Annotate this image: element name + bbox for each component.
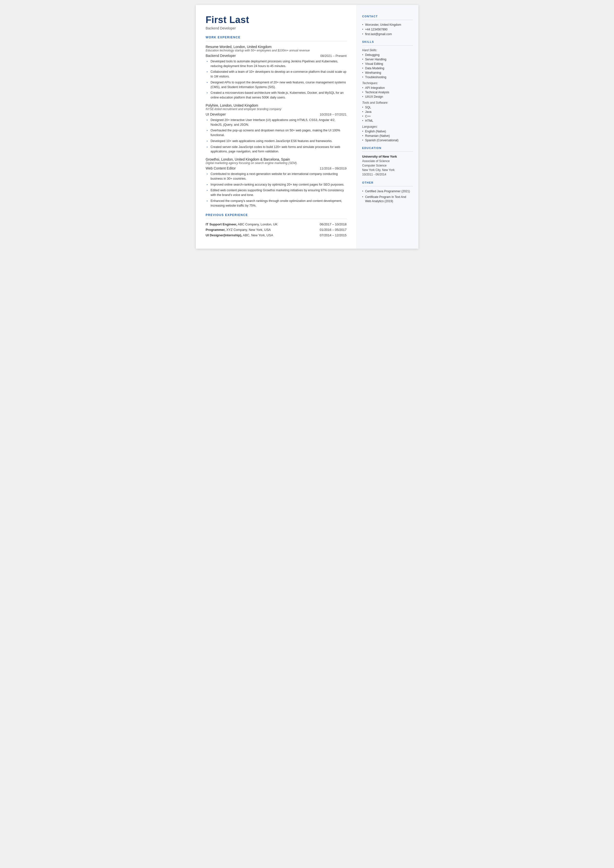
tool-item: Java [362, 110, 413, 113]
bullet-item: Developed 10+ web applications using mod… [207, 139, 347, 143]
edu-location: New York City, New York [362, 168, 413, 172]
sidebar: CONTACT Worcester, United Kingdom +44 12… [357, 5, 419, 248]
candidate-title: Backend Developer [206, 26, 347, 30]
job-title-polyhire: UI Developer [206, 112, 226, 116]
language-item: English (Native) [362, 130, 413, 133]
prev-job-rest-1: XYZ Company, New York, USA [225, 228, 271, 231]
bullet-item: Enhanced the company's search rankings t… [207, 199, 347, 208]
bullet-list-resume-worded: Developed tools to automate deployment p… [207, 59, 347, 100]
job-dates-polyhire: 10/2019 – 07/2021 [320, 113, 346, 116]
previous-experience-heading: PREVIOUS EXPERIENCE [206, 213, 347, 217]
work-block-resume-worded: Resume Worded, London, United Kingdom Ed… [206, 45, 347, 100]
prev-job-rest-2: ABC, New York, USA [242, 233, 273, 237]
tool-item: SQL [362, 106, 413, 109]
company-name-resume-worded: Resume Worded, London, United Kingdom [206, 45, 347, 49]
bullet-item: Designed APIs to support the development… [207, 80, 347, 90]
education-divider [362, 151, 413, 152]
prev-job-0: IT Support Engineer, ABC Company, London… [206, 222, 278, 226]
work-block-polyhire: Polyhire, London, United Kingdom NYSE-li… [206, 103, 347, 154]
bullet-item: Created a microservices-based architectu… [207, 90, 347, 100]
technique-item: UI/UX Design [362, 95, 413, 98]
contact-location: Worcester, United Kingdom [362, 23, 413, 26]
company-rest: London, United Kingdom & Barcelona, Spai… [220, 157, 290, 161]
resume-container: First Last Backend Developer WORK EXPERI… [196, 5, 419, 248]
work-block-growthsi: Growthsi, London, United Kingdom & Barce… [206, 157, 347, 208]
prev-job-title-2: UI Designer(Internship), [206, 233, 242, 237]
bullet-item: Improved online search-ranking accuracy … [207, 182, 347, 187]
edu-degree: Associate of Science [362, 159, 413, 163]
contact-divider [362, 20, 413, 20]
education-heading: EDUCATION [362, 146, 413, 149]
other-item: Certified Java Programmer (2021) [362, 189, 413, 194]
bullet-list-polyhire: Designed 20+ interactive User Interface … [207, 118, 347, 154]
techniques-label: Techniques: [362, 81, 413, 85]
technique-item: API Integration [362, 86, 413, 90]
prev-job-title-1: Programmer, [206, 228, 225, 231]
bullet-item: Edited web content pieces supporting Gro… [207, 188, 347, 197]
company-rest: London, United Kingdom [233, 45, 271, 49]
prev-exp-row-2: UI Designer(Internship), ABC, New York, … [206, 233, 347, 237]
job-row-growthsi: Web Content Editor 11/2018 – 09/2019 [206, 166, 347, 170]
skill-item: Wireframing [362, 71, 413, 75]
education-block-0: University of New York Associate of Scie… [362, 155, 413, 177]
company-bold: Polyhire, [206, 103, 219, 107]
candidate-name: First Last [206, 15, 347, 25]
hard-skills-list: Debugging Server Handling Visual Editing… [362, 53, 413, 79]
skill-item: Visual Editing [362, 62, 413, 65]
edu-field: Computer Science [362, 163, 413, 168]
contact-list: Worcester, United Kingdom +44 1234567890… [362, 23, 413, 36]
company-sub-resume-worded: Education technology startup with 50+ em… [206, 49, 347, 52]
contact-heading: CONTACT [362, 15, 413, 18]
previous-experience-divider [206, 219, 347, 219]
prev-dates-2: 07/2014 – 12/2015 [320, 233, 346, 237]
name-block: First Last Backend Developer [206, 15, 347, 30]
company-bold: Growthsi, [206, 157, 220, 161]
technique-item: Technical Analysis [362, 90, 413, 94]
company-bold: Resume Worded, [206, 45, 233, 49]
bullet-item: Developed tools to automate deployment p… [207, 59, 347, 68]
language-item: Romanian (Native) [362, 134, 413, 138]
other-heading: OTHER [362, 181, 413, 184]
job-row-resume-worded: Backend Developer 08/2021 – Present [206, 54, 347, 57]
contact-email: first.last@gmail.com [362, 33, 413, 36]
hard-skills-label: Hard Skills: [362, 48, 413, 52]
prev-exp-row-0: IT Support Engineer, ABC Company, London… [206, 222, 347, 226]
edu-dates: 10/2011 - 06/2014 [362, 172, 413, 177]
work-experience-heading: WORK EXPERIENCE [206, 36, 347, 39]
skills-heading: SKILLS [362, 40, 413, 43]
company-sub-growthsi: Digital marketing agency focusing on sea… [206, 161, 347, 165]
bullet-list-growthsi: Contributed to developing a next-generat… [207, 172, 347, 208]
other-divider [362, 186, 413, 186]
job-row-polyhire: UI Developer 10/2019 – 07/2021 [206, 112, 347, 116]
bullet-item: Created server-side JavaScript codes to … [207, 145, 347, 154]
job-dates-growthsi: 11/2018 – 09/2019 [320, 166, 346, 170]
skill-item: Debugging [362, 53, 413, 57]
skill-item: Data Modeling [362, 67, 413, 70]
prev-job-1: Programmer, XYZ Company, New York, USA [206, 228, 271, 231]
job-dates-resume-worded: 08/2021 – Present [320, 54, 346, 57]
prev-job-title-0: IT Support Engineer, [206, 222, 237, 226]
bullet-item: Designed 20+ interactive User Interface … [207, 118, 347, 127]
prev-job-rest-0: ABC Company, London, UK [237, 222, 278, 226]
other-item: Certificate Program In Text And Web Anal… [362, 195, 413, 203]
tools-list: SQL Java C++ HTML [362, 106, 413, 123]
techniques-list: API Integration Technical Analysis UI/UX… [362, 86, 413, 98]
languages-label: Languages: [362, 125, 413, 129]
company-name-polyhire: Polyhire, London, United Kingdom [206, 103, 347, 107]
bullet-item: Overhauled the pop-up screens and dropdo… [207, 128, 347, 138]
job-title-resume-worded: Backend Developer [206, 54, 236, 57]
prev-job-2: UI Designer(Internship), ABC, New York, … [206, 233, 273, 237]
contact-phone: +44 1234567890 [362, 28, 413, 31]
edu-school: University of New York [362, 155, 413, 158]
company-name-growthsi: Growthsi, London, United Kingdom & Barce… [206, 157, 347, 161]
company-rest: London, United Kingdom [219, 103, 258, 107]
tool-item: C++ [362, 115, 413, 118]
bullet-item: Contributed to developing a next-generat… [207, 172, 347, 181]
tool-item: HTML [362, 119, 413, 123]
main-column: First Last Backend Developer WORK EXPERI… [196, 5, 357, 248]
skill-item: Troubleshooting [362, 76, 413, 79]
other-list: Certified Java Programmer (2021) Certifi… [362, 189, 413, 203]
tools-label: Tools and Software: [362, 101, 413, 104]
language-item: Spanish (Conversational) [362, 138, 413, 142]
languages-list: English (Native) Romanian (Native) Spani… [362, 130, 413, 142]
